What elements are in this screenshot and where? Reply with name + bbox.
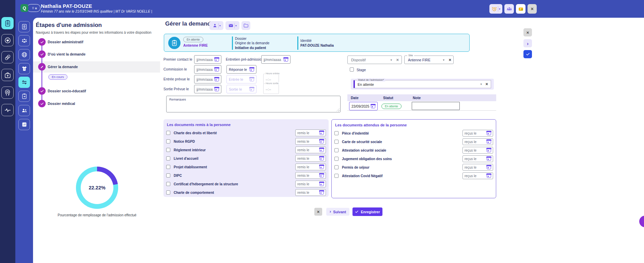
remis-le-date[interactable]	[295, 146, 326, 153]
remis-le-date[interactable]	[295, 164, 326, 170]
clear-icon[interactable]: ×	[485, 81, 488, 87]
commission-input[interactable]	[197, 67, 213, 72]
calendar-icon[interactable]	[319, 148, 324, 152]
nav-globe-button[interactable]	[18, 49, 30, 60]
remis-le-input[interactable]	[297, 131, 318, 135]
recus-le-date[interactable]	[462, 130, 493, 137]
remis-le-date[interactable]	[295, 189, 326, 196]
panel-forward-button[interactable]: ›	[523, 39, 532, 47]
site-select[interactable]: Site Antenne FIRE ▾ ×	[404, 56, 454, 64]
remis-le-input[interactable]	[297, 191, 318, 195]
calendar-icon[interactable]	[319, 190, 324, 195]
remarques-textarea[interactable]	[169, 101, 339, 111]
history-note-input[interactable]	[412, 102, 460, 110]
calendar-icon[interactable]	[487, 157, 491, 161]
document-checkbox[interactable]	[166, 165, 170, 169]
dispositif-select[interactable]: Dispositif ▾ ×	[347, 56, 402, 64]
document-checkbox[interactable]	[334, 131, 339, 135]
recus-le-date[interactable]	[462, 172, 493, 179]
document-checkbox[interactable]	[166, 156, 170, 160]
history-date-input[interactable]	[351, 104, 369, 108]
entree-prevue-input[interactable]	[197, 77, 213, 81]
carte-vitale-button[interactable]	[516, 4, 525, 14]
remis-le-input[interactable]	[297, 182, 318, 186]
remis-le-input[interactable]	[297, 174, 318, 177]
document-checkbox[interactable]	[166, 131, 170, 135]
calendar-icon[interactable]	[215, 58, 219, 62]
sortie-prevue-input[interactable]	[197, 87, 213, 91]
nav-clipboard-export-button[interactable]	[18, 91, 30, 102]
banner-site-link[interactable]: Antenne FIRE	[183, 43, 208, 47]
calendar-icon[interactable]	[487, 140, 491, 144]
calendar-icon[interactable]	[284, 58, 288, 62]
document-checkbox[interactable]	[334, 140, 339, 144]
rail-vitals-pulse-button[interactable]	[1, 104, 14, 116]
commission-date[interactable]	[194, 65, 221, 74]
cancel-button[interactable]: ×	[314, 208, 322, 216]
caret-down-icon[interactable]: ▾	[219, 24, 221, 27]
document-checkbox[interactable]	[166, 182, 170, 186]
document-checkbox[interactable]	[166, 148, 170, 152]
calendar-icon[interactable]	[319, 165, 324, 169]
recus-le-input[interactable]	[465, 166, 485, 169]
enregistrer-button[interactable]: Enregistrer	[352, 207, 382, 216]
document-checkbox[interactable]	[166, 173, 170, 177]
calendar-icon[interactable]	[319, 156, 324, 160]
entretien-date[interactable]	[261, 55, 290, 64]
suivant-button[interactable]: › Suivant	[326, 208, 349, 216]
mail-split-button[interactable]: ▾	[225, 21, 239, 30]
nav-users-button[interactable]	[18, 105, 30, 116]
calendar-icon[interactable]	[215, 87, 219, 91]
reminders-split-button[interactable]: ▾	[489, 4, 502, 14]
history-date[interactable]	[349, 102, 378, 110]
remis-le-date[interactable]	[295, 129, 326, 136]
document-checkbox[interactable]	[334, 148, 339, 152]
calendar-icon[interactable]	[319, 131, 324, 135]
calendar-icon[interactable]	[487, 148, 491, 152]
clear-icon[interactable]: ×	[449, 57, 451, 63]
calendar-icon[interactable]	[250, 67, 254, 72]
remis-le-input[interactable]	[297, 148, 318, 152]
caret-down-icon[interactable]: ▾	[499, 7, 500, 11]
premier-contact-input[interactable]	[197, 58, 213, 62]
remis-le-date[interactable]	[295, 181, 326, 187]
caret-down-icon[interactable]: ▾	[390, 58, 392, 62]
calendar-icon[interactable]	[319, 173, 324, 177]
recus-le-input[interactable]	[465, 157, 485, 161]
nav-billing-note-button[interactable]	[18, 119, 30, 130]
calendar-icon[interactable]	[319, 139, 324, 143]
rail-first-aid-kit-button[interactable]	[1, 69, 14, 81]
caret-down-icon[interactable]: ▾	[235, 24, 237, 27]
rail-care-heart-button[interactable]	[1, 34, 14, 46]
remis-le-input[interactable]	[297, 157, 318, 160]
panel-validate-button[interactable]	[523, 50, 532, 58]
stage-checkbox[interactable]	[350, 67, 354, 72]
remis-le-input[interactable]	[297, 140, 318, 143]
recus-le-input[interactable]	[465, 140, 485, 144]
caret-down-icon[interactable]: ▾	[480, 82, 482, 86]
calendar-icon[interactable]	[215, 77, 219, 81]
remis-le-date[interactable]	[295, 172, 326, 179]
calendar-icon[interactable]	[215, 67, 219, 72]
entree-prevue-date[interactable]	[194, 75, 221, 83]
folder-button[interactable]	[241, 21, 250, 30]
calendar-icon[interactable]	[487, 174, 491, 178]
calendar-icon[interactable]	[487, 131, 491, 135]
entretien-input[interactable]	[264, 58, 282, 62]
document-checkbox[interactable]	[334, 165, 339, 169]
reponse-date[interactable]: Réponse le	[226, 65, 256, 74]
caret-down-icon[interactable]: ▾	[443, 58, 444, 62]
close-patient-button[interactable]: ×	[528, 4, 537, 14]
nav-clothing-button[interactable]	[18, 63, 30, 74]
recus-le-date[interactable]	[462, 155, 493, 162]
care-team-button[interactable]	[504, 4, 514, 14]
premier-contact-date[interactable]	[194, 55, 221, 64]
calendar-icon[interactable]	[487, 165, 491, 169]
remis-le-input[interactable]	[297, 165, 318, 169]
contact-split-button[interactable]: ▾	[209, 21, 223, 30]
calendar-icon[interactable]	[371, 104, 375, 108]
rail-admission-clipboard-button[interactable]	[1, 17, 14, 29]
rail-bandage-button[interactable]	[1, 51, 14, 63]
nav-family-button[interactable]	[18, 35, 30, 46]
nav-identity-card-button[interactable]	[18, 21, 30, 32]
